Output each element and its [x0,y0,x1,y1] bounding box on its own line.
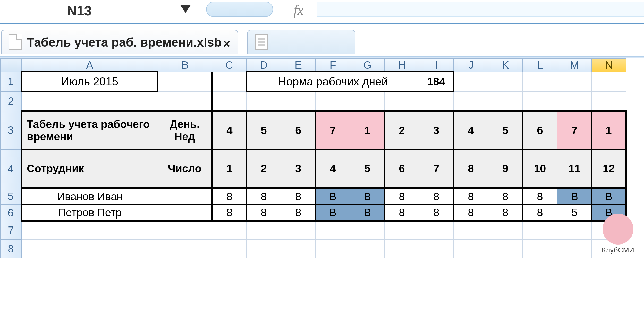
column-header[interactable]: F [316,58,350,72]
cell-date-header[interactable]: Число [158,150,212,188]
cell[interactable] [454,221,488,240]
column-header[interactable]: C [212,58,247,72]
cell[interactable] [212,240,247,258]
cell-hours[interactable]: В [350,188,385,205]
cell-table-title[interactable]: Табель учета рабочего времени [21,111,158,150]
cell[interactable] [212,221,247,240]
cell-hours[interactable]: 5 [557,205,592,221]
cell[interactable] [281,221,316,240]
cell-hours[interactable]: 8 [419,205,454,221]
close-icon[interactable]: × [223,37,230,51]
cell-hours[interactable]: 8 [247,188,281,205]
cell[interactable] [592,72,626,91]
cell[interactable] [523,72,557,91]
cell[interactable] [385,91,419,111]
cell-hours[interactable]: В [316,188,350,205]
fx-pill[interactable] [206,2,273,17]
cell-norm-label[interactable]: Норма рабочих дней [247,72,419,91]
cell-date[interactable]: 10 [523,150,557,188]
cell-dow[interactable]: 2 [385,111,419,150]
cell[interactable] [454,240,488,258]
cell-date[interactable]: 3 [281,150,316,188]
cell[interactable] [385,240,419,258]
column-header[interactable]: E [281,58,316,72]
cell-employee-header[interactable]: Сотрудник [21,150,158,188]
cell-date[interactable]: 11 [557,150,592,188]
cell-date[interactable]: 7 [419,150,454,188]
formula-input[interactable] [317,2,644,17]
row-header[interactable]: 2 [0,91,21,111]
row-header[interactable]: 7 [0,221,21,240]
cell-date[interactable]: 9 [488,150,523,188]
cell-hours[interactable]: 8 [488,188,523,205]
cell[interactable] [385,221,419,240]
cell[interactable] [247,240,281,258]
cell-hours[interactable]: 8 [454,205,488,221]
cell[interactable] [158,72,212,91]
cell-date[interactable]: 2 [247,150,281,188]
cell[interactable] [21,91,158,111]
cell[interactable] [557,240,592,258]
cell[interactable] [158,205,212,221]
cell-dow[interactable]: 4 [454,111,488,150]
cell[interactable] [419,221,454,240]
cell[interactable] [592,91,626,111]
cell[interactable] [21,240,158,258]
cell-hours[interactable]: 8 [419,188,454,205]
fx-icon[interactable]: fx [294,3,303,18]
cell-employee-name[interactable]: Иванов Иван [21,188,158,205]
name-box[interactable]: N13 [67,3,91,19]
cell-hours[interactable]: 8 [385,188,419,205]
cell-dow[interactable]: 4 [212,111,247,150]
cell-hours[interactable]: В [316,205,350,221]
cell-date[interactable]: 12 [592,150,626,188]
cell[interactable] [488,240,523,258]
row-header[interactable]: 6 [0,205,21,221]
cell-dow[interactable]: 5 [488,111,523,150]
cell[interactable] [281,91,316,111]
row-header[interactable]: 8 [0,240,21,258]
cell-dow-header[interactable]: День. Нед [158,111,212,150]
cell-hours[interactable]: 8 [454,188,488,205]
cell-date[interactable]: 5 [350,150,385,188]
cell[interactable] [316,91,350,111]
cell-hours[interactable]: В [592,188,626,205]
cell[interactable] [158,240,212,258]
cell-dow[interactable]: 7 [316,111,350,150]
cell-hours[interactable]: 8 [212,205,247,221]
cell[interactable] [419,91,454,111]
row-header[interactable]: 4 [0,150,21,188]
cell-hours[interactable]: В [350,205,385,221]
cell-hours[interactable]: 8 [212,188,247,205]
select-all-corner[interactable] [0,58,21,72]
cell-hours[interactable]: В [557,188,592,205]
cell[interactable] [454,91,488,111]
cell-norm-value[interactable]: 184 [419,72,454,91]
cell[interactable] [350,240,385,258]
cell[interactable] [350,221,385,240]
cell[interactable] [488,72,523,91]
spreadsheet-grid[interactable]: A B C D E F G H I J K L M N 1 Июль 2015 … [0,58,644,258]
cell-dow[interactable]: 1 [592,111,626,150]
row-header[interactable]: 5 [0,188,21,205]
cell-dow[interactable]: 6 [523,111,557,150]
cell-date[interactable]: 4 [316,150,350,188]
cell[interactable] [281,240,316,258]
cell[interactable] [158,188,212,205]
column-header[interactable]: J [454,58,488,72]
cell-hours[interactable]: 8 [247,205,281,221]
cell[interactable] [212,72,247,91]
cell[interactable] [523,91,557,111]
cell-hours[interactable]: 8 [385,205,419,221]
cell[interactable] [557,221,592,240]
cell[interactable] [523,221,557,240]
cell-dow[interactable]: 7 [557,111,592,150]
cell-date[interactable]: 1 [212,150,247,188]
column-header[interactable]: G [350,58,385,72]
cell-date[interactable]: 8 [454,150,488,188]
cell[interactable] [158,91,212,111]
cell[interactable] [523,240,557,258]
workbook-tab-new[interactable] [247,30,355,54]
workbook-tab-active[interactable]: Табель учета раб. времени.xlsb × [1,30,238,54]
cell[interactable] [247,91,281,111]
